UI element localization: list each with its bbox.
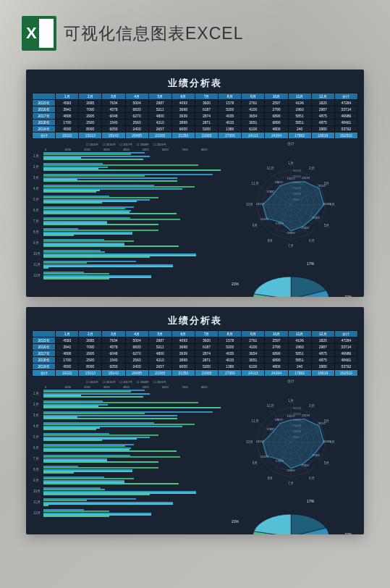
bar-row: 2月 bbox=[33, 162, 221, 172]
svg-text:19222: 19222 bbox=[287, 177, 295, 180]
svg-text:9月: 9月 bbox=[253, 461, 258, 465]
column-header: 6月 bbox=[171, 331, 195, 337]
table-row: 2015年45832685763450042987409339201578276… bbox=[33, 100, 358, 106]
svg-marker-86 bbox=[263, 419, 323, 469]
svg-text:30000: 30000 bbox=[293, 406, 302, 410]
column-header: 7月 bbox=[195, 93, 218, 100]
svg-text:23110: 23110 bbox=[302, 176, 310, 180]
pie-chart: 17%22%22%18%21% bbox=[224, 254, 358, 297]
bar-row: 12月 bbox=[33, 271, 221, 280]
svg-text:22665: 22665 bbox=[287, 231, 295, 235]
bar-row: 12月 bbox=[33, 508, 221, 518]
column-header bbox=[33, 93, 56, 100]
bar-chart: 2015年2016年2017年2018年2019年010002000300040… bbox=[32, 379, 221, 532]
svg-text:11月: 11月 bbox=[251, 182, 258, 185]
svg-text:28142: 28142 bbox=[318, 184, 326, 188]
pie-label: 21% bbox=[232, 282, 239, 286]
svg-text:24115: 24115 bbox=[260, 217, 269, 221]
column-header: 4月 bbox=[125, 331, 148, 337]
pie-label: 22% bbox=[344, 532, 352, 534]
svg-text:21350: 21350 bbox=[300, 463, 309, 467]
bar-row: 9月 bbox=[33, 476, 221, 485]
bar-row: 5月 bbox=[33, 432, 221, 442]
svg-text:28485: 28485 bbox=[323, 202, 331, 206]
column-header: 12月 bbox=[311, 331, 334, 337]
bar-row: 8月 bbox=[33, 227, 221, 237]
column-header: 8月 bbox=[219, 93, 242, 100]
svg-text:19222: 19222 bbox=[287, 414, 295, 418]
table-total-row: 合计19222231102814228485223652135022665173… bbox=[33, 133, 358, 139]
column-header: 2月 bbox=[79, 93, 102, 100]
bar-row: 10月 bbox=[33, 487, 221, 496]
bar-row: 1月 bbox=[33, 389, 221, 398]
table-row: 2015年45832685763450042987409339201578276… bbox=[33, 337, 358, 344]
bar-legend: 2015年2016年2017年2018年2019年 bbox=[32, 142, 221, 148]
dashboard-preview: 业绩分析表1月2月3月4月5月6月7月8月9月10月11月12月合计2015年4… bbox=[26, 307, 364, 534]
svg-text:6月: 6月 bbox=[309, 476, 315, 480]
bar-row: 10月 bbox=[33, 249, 221, 259]
column-header: 11月 bbox=[288, 93, 311, 100]
data-table: 1月2月3月4月5月6月7月8月9月10月11月12月合计2015年458326… bbox=[32, 93, 358, 139]
svg-text:17393: 17393 bbox=[275, 222, 284, 225]
svg-text:28142: 28142 bbox=[318, 421, 326, 425]
dashboard-preview: 业绩分析表1月2月3月4月5月6月7月8月9月10月11月12月合计2015年4… bbox=[26, 70, 364, 297]
svg-text:5月: 5月 bbox=[324, 224, 330, 227]
svg-text:12月: 12月 bbox=[266, 404, 274, 408]
svg-text:11月: 11月 bbox=[251, 419, 258, 423]
svg-text:18819: 18819 bbox=[274, 180, 283, 184]
bar-row: 5月 bbox=[33, 195, 221, 204]
pie-label: 21% bbox=[232, 519, 239, 524]
side-charts: 合计500010000150002000025000300001月2月3月4月5… bbox=[224, 379, 358, 532]
pie-svg bbox=[224, 492, 358, 534]
column-header: 2月 bbox=[79, 331, 102, 337]
bar-row: 11月 bbox=[33, 260, 221, 269]
svg-text:7月: 7月 bbox=[288, 482, 294, 485]
table-row: 2017年48082905604862704800393928744035365… bbox=[33, 113, 358, 119]
column-header: 12月 bbox=[311, 93, 334, 100]
pie-svg bbox=[224, 254, 358, 297]
bar-row: 2月 bbox=[33, 400, 221, 409]
chart-area: 2015年2016年2017年2018年2019年010002000300040… bbox=[32, 142, 358, 294]
svg-text:22665: 22665 bbox=[287, 469, 295, 472]
svg-text:17393: 17393 bbox=[275, 459, 284, 463]
side-charts: 合计500010000150002000025000300001月2月3月4月5… bbox=[224, 142, 358, 294]
svg-text:6月: 6月 bbox=[309, 239, 315, 243]
svg-text:17892: 17892 bbox=[266, 190, 275, 193]
page-title: 可视化信息图表EXCEL bbox=[64, 22, 243, 45]
svg-text:8月: 8月 bbox=[267, 476, 273, 480]
column-header: 9月 bbox=[242, 331, 265, 337]
pie-chart: 17%22%22%18%21% bbox=[224, 492, 358, 534]
pie-label: 17% bbox=[307, 499, 314, 503]
table-row: 2018年17002500154025604210389928714015365… bbox=[33, 119, 358, 126]
radar-svg: 500010000150002000025000300001月2月3月4月5月6… bbox=[224, 146, 358, 258]
sheet-title: 业绩分析表 bbox=[32, 75, 358, 93]
data-table: 1月2月3月4月5月6月7月8月9月10月11月12月合计2015年458326… bbox=[32, 330, 358, 377]
svg-text:8月: 8月 bbox=[267, 239, 273, 243]
column-header: 5月 bbox=[148, 93, 171, 100]
svg-marker-36 bbox=[263, 182, 323, 231]
pie-label: 22% bbox=[344, 295, 352, 297]
svg-text:22365: 22365 bbox=[312, 454, 321, 458]
column-header: 3月 bbox=[102, 93, 125, 100]
bar-row: 7月 bbox=[33, 217, 221, 226]
bar-row: 9月 bbox=[33, 238, 221, 248]
column-header: 4月 bbox=[125, 93, 148, 100]
column-header: 3月 bbox=[102, 331, 125, 337]
svg-text:22365: 22365 bbox=[312, 217, 321, 220]
svg-text:17892: 17892 bbox=[266, 427, 275, 431]
pie-label: 17% bbox=[307, 261, 314, 266]
svg-text:10月: 10月 bbox=[246, 440, 253, 444]
bar-row: 1月 bbox=[33, 151, 221, 161]
svg-text:28485: 28485 bbox=[323, 440, 331, 443]
table-row: 2017年48082905604862704800393928744035365… bbox=[33, 350, 358, 357]
svg-text:1月: 1月 bbox=[288, 161, 294, 165]
column-header: 11月 bbox=[288, 331, 311, 337]
bar-row: 4月 bbox=[33, 421, 221, 431]
svg-text:18819: 18819 bbox=[274, 418, 283, 421]
column-header: 合计 bbox=[334, 93, 357, 100]
chart-area: 2015年2016年2017年2018年2019年010002000300040… bbox=[32, 379, 358, 532]
table-total-row: 合计19222231102814228485223652135022665173… bbox=[33, 370, 358, 377]
bar-row: 6月 bbox=[33, 206, 221, 215]
bar-row: 6月 bbox=[33, 443, 221, 453]
svg-text:30000: 30000 bbox=[293, 169, 302, 172]
